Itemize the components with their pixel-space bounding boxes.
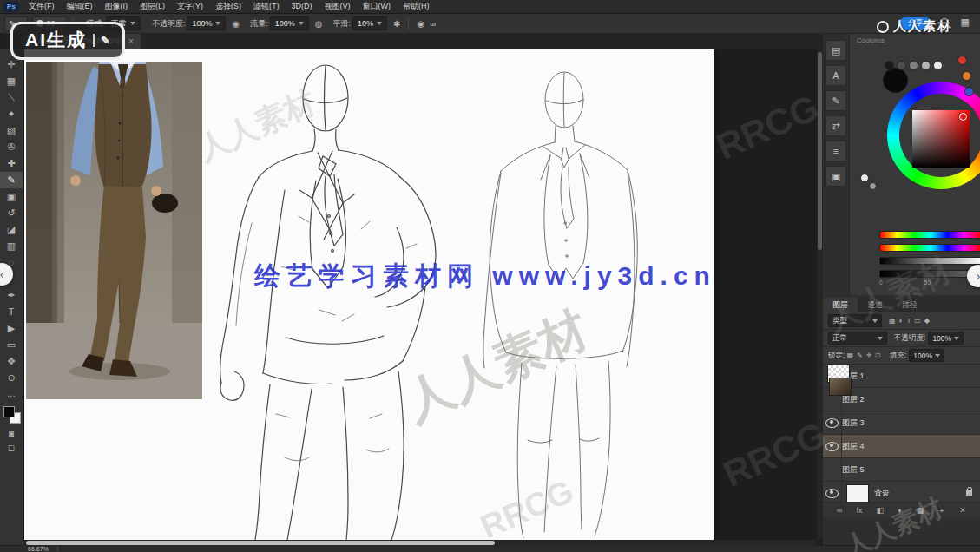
hand-tool[interactable]: ✥ [0,353,23,370]
delete-layer-icon[interactable]: ✕ [959,506,966,515]
menu-item[interactable]: 图层(L) [134,0,171,13]
tab-图层[interactable]: 图层 [823,298,858,312]
filter-shape-icon[interactable]: ▭ [914,317,921,325]
color-swatch-dot[interactable] [885,61,894,70]
menu-item[interactable]: 滤镜(T) [247,0,286,13]
color-swatch-dot[interactable] [897,61,906,70]
airbrush-icon[interactable]: ◍ [315,19,323,29]
quick-mask-icon[interactable]: ◙ [0,426,23,440]
pen-tool[interactable]: ✒ [0,287,23,304]
color-swatch-dot[interactable] [909,61,918,70]
color-swatch-dot[interactable] [860,174,869,182]
color-swatch-dot[interactable] [933,61,943,70]
search-icon[interactable] [940,18,949,27]
value-slider[interactable] [879,256,980,265]
marquee-tool[interactable]: ▦ [0,73,23,89]
link-layers-icon[interactable]: ∞ [837,506,842,515]
menu-item[interactable]: 图像(I) [99,0,135,13]
menu-item[interactable]: 选择(S) [209,0,247,13]
smoothing-select[interactable]: 10% [352,16,387,30]
history-panel-button[interactable]: ▤ [825,40,846,61]
menu-item[interactable]: 视图(V) [319,0,357,13]
close-tab-icon[interactable]: × [128,36,134,46]
layer-visibility-toggle[interactable] [823,435,842,457]
layer-group-icon[interactable]: ▦ [917,506,924,515]
menu-item[interactable]: 文件(F) [23,0,61,13]
filter-smart-icon[interactable]: ◆ [924,317,930,325]
zoom-level[interactable]: 66.67% [28,546,49,552]
eraser-tool[interactable]: ◪ [0,221,23,238]
filter-pixel-icon[interactable]: ▦ [889,317,896,325]
spectrum-slider[interactable] [879,243,980,252]
fill-select[interactable]: 100% [909,349,944,362]
layer-style-icon[interactable]: fx [857,506,863,515]
type-tool[interactable]: T [0,304,23,320]
color-swatches[interactable] [0,405,23,426]
hue-slider-bar[interactable] [879,231,980,239]
brush-tool[interactable]: ✎ [0,172,23,188]
color-swatch-dot[interactable] [964,87,974,96]
layer-row[interactable]: 图层 5 [823,458,980,482]
crop-tool[interactable]: ▧ [0,122,23,139]
quick-selection-tool[interactable]: ✦ [0,106,23,122]
properties-panel-button[interactable]: ▣ [825,166,846,187]
blend-mode-select[interactable]: 正常 [828,332,887,345]
spectrum-slider-bar[interactable] [879,244,980,252]
layer-mask-icon[interactable]: ◧ [877,506,885,515]
menu-item[interactable]: 编辑(E) [61,0,99,13]
layer-filter-select[interactable]: 类型 [828,314,882,327]
zoom-tool[interactable]: ⊙ [0,370,23,386]
menu-item[interactable]: 3D(D) [286,0,319,13]
document-canvas[interactable] [24,49,714,540]
clone-stamp-tool[interactable]: ▣ [0,188,23,205]
libraries-panel-button[interactable]: ≡ [825,141,846,161]
tab-通道[interactable]: 通道 [858,298,892,312]
current-color-swatch[interactable] [883,68,908,93]
history-brush-tool[interactable]: ↺ [0,205,23,221]
toolbar-ellipsis[interactable]: … [0,386,23,400]
filter-type-icon[interactable]: T [906,317,911,325]
brushes-panel-button[interactable]: ✎ [825,90,846,111]
character-panel-button[interactable]: A [825,65,846,86]
shade-slider-bar[interactable] [879,270,980,278]
opacity-select[interactable]: 100% [187,16,226,30]
sv-picker-dot[interactable] [959,113,967,121]
pressure-opacity-icon[interactable]: ◉ [232,19,240,29]
vertical-scrollbar[interactable] [817,49,823,540]
color-swatch-dot[interactable] [957,56,967,65]
layers-opacity-select[interactable]: 100% [928,332,964,345]
layer-visibility-toggle[interactable] [823,411,842,434]
color-swatch-dot[interactable] [921,61,931,70]
foreground-color-swatch[interactable] [3,406,15,417]
healing-brush-tool[interactable]: ✚ [0,155,23,172]
path-selection-tool[interactable]: ▶ [0,320,23,337]
lock-position-icon[interactable]: ✛ [866,352,872,359]
tab-路径[interactable]: 路径 [892,298,927,312]
layer-visibility-toggle[interactable] [823,458,842,481]
symmetry-panel-button[interactable]: ⇄ [825,115,846,136]
pressure-size-icon[interactable]: ◉ [417,19,424,29]
menu-item[interactable]: 窗口(W) [357,0,398,13]
shape-tool[interactable]: ▭ [0,337,23,353]
flow-select[interactable]: 100% [270,16,309,30]
layer-row[interactable]: 图层 3 [823,411,980,435]
eyedropper-tool[interactable]: ✇ [0,139,23,155]
horizontal-scrollbar[interactable] [24,540,817,546]
vertical-scrollbar-thumb[interactable] [818,52,822,250]
filter-adjustment-icon[interactable]: ◐ [899,317,904,325]
share-button[interactable]: 分享 [899,17,931,30]
smoothing-gear-icon[interactable]: ✱ [393,19,400,29]
lock-all-icon[interactable]: ◻ [875,352,881,359]
layer-row[interactable]: 图层 4 [823,435,980,458]
lock-pixels-icon[interactable]: ✎ [857,352,863,359]
shade-slider[interactable] [879,269,980,278]
gradient-tool[interactable]: ▥ [0,238,23,254]
new-layer-icon[interactable]: ＋ [937,505,945,516]
symmetry-icon[interactable]: ∞ [430,19,436,29]
workspace-switcher-icon[interactable]: ▦ [961,16,970,28]
color-swatch-dot[interactable] [962,71,971,81]
value-slider-bar[interactable] [879,257,980,265]
hue-slider[interactable] [879,230,980,239]
menu-item[interactable]: 帮助(H) [397,0,436,13]
menu-item[interactable]: 文字(Y) [171,0,209,13]
